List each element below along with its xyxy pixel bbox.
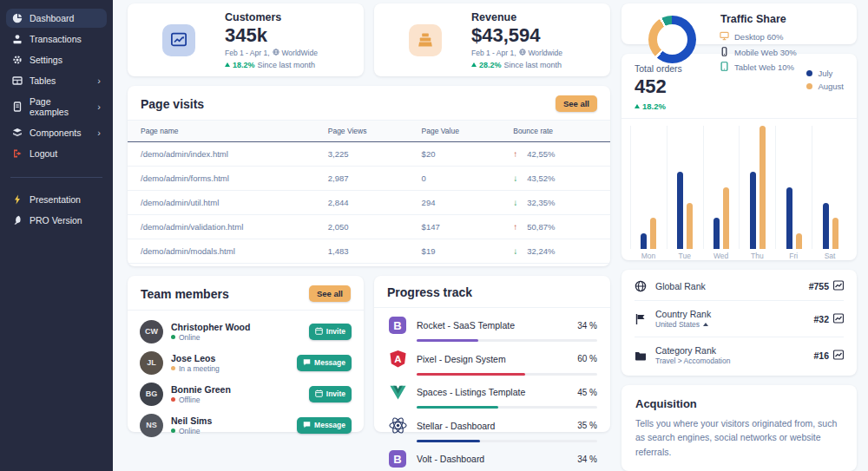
- caret-up-icon: [635, 104, 640, 108]
- page-views-cell: 2,844: [328, 191, 422, 215]
- page-name-cell: /demo/admin/util.html: [128, 191, 328, 215]
- total-orders-card: Total orders 452 18.2% JulyAugust MonTue…: [621, 54, 857, 260]
- progress-row: Spaces - Listings Template45 %: [387, 382, 597, 409]
- sidebar-item-logout[interactable]: Logout: [6, 144, 107, 163]
- progress-bar: [417, 440, 597, 442]
- sidebar-item-tables[interactable]: Tables ›: [6, 71, 107, 90]
- page-value-cell: $147: [422, 215, 514, 239]
- rank-label: Country Rank: [655, 309, 711, 319]
- message-button[interactable]: Message: [297, 355, 352, 371]
- svg-text:A: A: [394, 354, 401, 364]
- rank-value: #32: [813, 314, 829, 324]
- page-views-cell: 2,050: [328, 215, 422, 239]
- see-all-button[interactable]: See all: [556, 95, 597, 112]
- bar-group: [703, 126, 740, 249]
- sidebar-item-pro-version[interactable]: PRO Version: [6, 211, 107, 230]
- lightning-icon: [12, 194, 23, 205]
- sidebar-item-label: Transactions: [30, 34, 82, 44]
- page-visits-title: Page visits: [141, 97, 204, 111]
- bootstrap-icon: B: [387, 315, 408, 336]
- react-icon: [387, 415, 408, 436]
- stats-chart-icon[interactable]: [833, 350, 844, 362]
- progress-row: BVolt - Dashboard34 %: [387, 448, 597, 471]
- trend-arrow-icon: ↓: [513, 246, 527, 256]
- table-row: /demo/admin/util.html 2,844 294 ↓32,35%: [128, 191, 610, 215]
- bar-group: [775, 126, 812, 249]
- chevron-right-icon: ›: [97, 76, 101, 86]
- sidebar-item-components[interactable]: Components ›: [6, 123, 107, 142]
- rank-label: Global Rank: [655, 281, 706, 291]
- column-header-bounce-rate: Bounce rate: [513, 121, 610, 142]
- globe-icon: [635, 280, 647, 292]
- sidebar-item-label: Settings: [30, 55, 62, 65]
- sidebar-item-label: Logout: [30, 148, 57, 159]
- x-axis-label: Sat: [812, 252, 848, 260]
- globe-icon: [519, 49, 526, 57]
- table-row: /demo/admin/modals.html 1,483 $19 ↓32,24…: [128, 239, 610, 264]
- sidebar-item-label: PRO Version: [30, 215, 82, 226]
- folder-icon: [635, 350, 647, 362]
- stats-chart-icon[interactable]: [833, 280, 844, 292]
- sidebar: Dashboard Transactions Settings Tables ›…: [0, 0, 113, 471]
- sidebar-item-settings[interactable]: Settings: [6, 50, 107, 69]
- member-name: Jose Leos: [171, 353, 220, 363]
- table-icon: [12, 75, 23, 86]
- total-orders-title: Total orders: [635, 63, 682, 74]
- trend-arrow-icon: ↓: [513, 198, 527, 207]
- bar: [832, 218, 838, 249]
- column-header-page-name: Page name: [128, 121, 328, 142]
- caret-up-icon: [471, 62, 477, 67]
- bounce-rate-cell: ↓43,52%: [513, 167, 610, 191]
- message-button[interactable]: Message: [297, 417, 352, 434]
- bar: [687, 203, 693, 249]
- sidebar-item-dashboard[interactable]: Dashboard: [6, 9, 107, 28]
- calendar-icon: [315, 327, 323, 337]
- team-member-row: CWChristopher WoodOnlineInvite: [140, 316, 352, 347]
- page-name-cell: /demo/admin/modals.html: [128, 239, 328, 264]
- see-all-button[interactable]: See all: [309, 285, 351, 302]
- x-axis-label: Tue: [667, 252, 703, 260]
- progress-label: Spaces - Listings Template: [417, 387, 525, 397]
- stat-title: Revenue: [471, 11, 562, 23]
- invite-button[interactable]: Invite: [309, 324, 352, 340]
- country-rank-row: Country Rank United States #32: [635, 301, 844, 337]
- member-status: Online: [171, 427, 212, 435]
- progress-label: Pixel - Design System: [417, 354, 506, 364]
- sidebar-item-page-examples[interactable]: Page examples ›: [6, 92, 107, 121]
- sidebar-item-label: Tables: [30, 75, 56, 86]
- stats-chart-icon[interactable]: [833, 313, 844, 325]
- page-name-cell: /demo/admin/index.html: [128, 142, 328, 167]
- bounce-rate-cell: ↑42,55%: [513, 142, 610, 167]
- globe-icon: [273, 49, 279, 57]
- bar-group: [739, 126, 775, 249]
- dashboard-app: Dashboard Transactions Settings Tables ›…: [0, 0, 868, 471]
- transactions-icon: [12, 34, 23, 44]
- sidebar-item-transactions[interactable]: Transactions: [6, 29, 107, 49]
- total-orders-value: 452: [635, 75, 682, 98]
- stat-value: $43,594: [471, 24, 562, 47]
- monitor-icon: [720, 31, 729, 43]
- bar-group: [630, 126, 667, 249]
- angular-icon: A: [387, 349, 408, 370]
- progress-bar: [417, 339, 597, 342]
- document-icon: [12, 101, 23, 112]
- member-name: Bonnie Green: [171, 384, 231, 395]
- stat-period: Feb 1 - Apr 1, WorldWide: [225, 49, 318, 57]
- traffic-share-card: Traffic Share Desktop 60%Mobile Web 30%T…: [621, 3, 857, 44]
- layers-icon: [12, 128, 23, 138]
- global-rank-row: Global Rank #755: [635, 272, 844, 301]
- progress-bar: [417, 373, 597, 376]
- page-views-cell: 1,483: [328, 239, 422, 264]
- rocket-icon: [12, 215, 23, 226]
- bar: [750, 172, 756, 249]
- bar: [796, 233, 802, 249]
- rank-sublabel: Travel > Accomodation: [655, 357, 730, 365]
- sidebar-item-label: Components: [30, 128, 82, 138]
- gear-icon: [12, 55, 23, 65]
- legend-item: July: [806, 69, 844, 78]
- stat-period: Feb 1 - Apr 1, Worldwide: [471, 49, 562, 57]
- invite-button[interactable]: Invite: [309, 386, 352, 402]
- stat-title: Customers: [225, 11, 318, 23]
- trend-arrow-icon: ↑: [513, 222, 527, 232]
- sidebar-item-presentation[interactable]: Presentation: [6, 190, 107, 209]
